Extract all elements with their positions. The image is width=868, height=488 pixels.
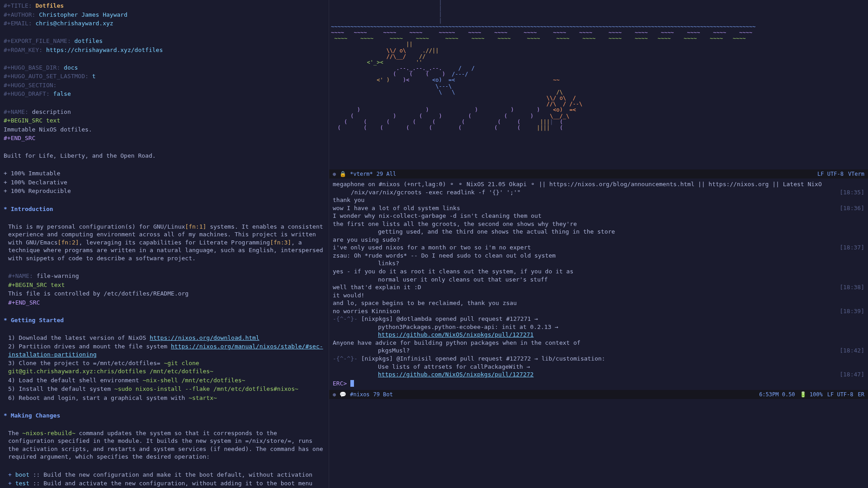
step-4: 4) Load the default shell environment ~n… xyxy=(8,376,325,385)
step-2: 2) Partition drives and mount the file s… xyxy=(8,343,325,358)
irc-area[interactable]: megaphone on #nixos (+nrt,lag:0) ⚬ ⚬ Nix… xyxy=(329,178,868,390)
irc-message: zsau: Oh *rude words* -- Do I need sudo … xyxy=(329,252,868,260)
irc-message: links? xyxy=(329,259,868,267)
export-val: dotfiles xyxy=(75,38,103,44)
footnote-1[interactable]: [fn:1] xyxy=(185,223,206,230)
irc-message: https://github.com/NixOS/nixpkgs/pull/12… xyxy=(329,371,868,379)
irc-message: Anyone have advice for building python p… xyxy=(329,339,868,347)
irc-position: 79 Bot xyxy=(373,391,393,398)
modeline-vterm: ● 🔒 *vterm* 29 All LF UTF-8 VTerm xyxy=(329,169,868,178)
step-6: 6) Reboot and login, start a graphical s… xyxy=(8,394,325,402)
hugo-lastmod-val: t xyxy=(92,73,96,80)
heading-getting-started[interactable]: Getting Started xyxy=(4,316,325,324)
email-val: chris@chrishayward.xyz xyxy=(35,20,113,27)
export-key: #+EXPORT_FILE_NAME: xyxy=(4,38,71,44)
irc-message: -{^-^}- [nixpkgs] @dotlambda opened pull… xyxy=(329,315,868,323)
irc-message: i've only used nixos for a month or two … xyxy=(329,244,868,252)
operations-list: + boot :: Build the new configuration an… xyxy=(4,471,325,488)
roam-val: https://chrishayward.xyz/dotfiles xyxy=(46,47,163,53)
tagline: Built for Life, Liberty, and the Open Ro… xyxy=(4,152,325,160)
irc-mode: ER xyxy=(858,391,864,398)
modeline-irc: ● 💬 #nixos 79 Bot 6:53PM 0.50 🔋 100% LF … xyxy=(329,390,868,399)
src-body: Immutable NixOS dotfiles. xyxy=(4,126,325,134)
irc-message: pkgsMusl?[18:42] xyxy=(329,347,868,355)
step-5: 5) Install the default system ~sudo nixo… xyxy=(8,385,325,393)
hugo-base-key: #+HUGO_BASE_DIR: xyxy=(4,64,60,71)
irc-message: thank you xyxy=(329,196,868,204)
title-val: Dotfiles xyxy=(35,2,64,9)
footnote-2[interactable]: [fn:2] xyxy=(58,239,79,246)
heading-introduction[interactable]: Introduction xyxy=(4,205,325,213)
irc-message: yes - if you do it as root it cleans out… xyxy=(329,267,868,276)
hugo-section-key: #+HUGO_SECTION: xyxy=(4,82,57,89)
right-pane: | | | | ~~~~~~~~~~~~~~~~~~~~~~~~~~~~~~~~… xyxy=(329,0,868,488)
irc-message: well that'd explain it :D[18:38] xyxy=(329,283,868,291)
irc-encoding: LF UTF-8 xyxy=(827,391,854,398)
irc-messages: thank you wow I have a lot of old system… xyxy=(329,196,868,379)
circle-icon: ● xyxy=(333,391,336,398)
hugo-draft-key: #+HUGO_DRAFT: xyxy=(4,90,50,97)
email-key: #+EMAIL: xyxy=(4,20,32,27)
filewarn-body: This file is controlled by /etc/dotfiles… xyxy=(8,290,325,298)
heading-making-changes[interactable]: Making Changes xyxy=(4,412,325,420)
vterm-area[interactable]: | | | | ~~~~~~~~~~~~~~~~~~~~~~~~~~~~~~~~… xyxy=(329,0,868,169)
lock-icon: 🔒 xyxy=(340,170,346,178)
irc-message: python3Packages.python-ecobee-api: init … xyxy=(329,323,868,331)
intro-paragraph: This is my personal configuration(s) for… xyxy=(8,223,325,263)
download-link[interactable]: https://nixos.org/download.html xyxy=(150,334,259,341)
vterm-position: 29 All xyxy=(377,170,396,178)
src-end: #+END_SRC xyxy=(4,135,35,141)
hugo-base-val: docs xyxy=(64,64,78,71)
bullet-immutable: + 100% Immutable xyxy=(4,169,325,178)
name-val: description xyxy=(32,108,71,115)
battery-icon: 🔋 100% xyxy=(800,391,823,398)
irc-topic: megaphone on #nixos (+nrt,lag:0) ⚬ ⚬ Nix… xyxy=(329,180,868,188)
left-pane: #+TITLE: Dotfiles #+AUTHOR: Christopher … xyxy=(0,0,329,488)
hugo-lastmod-key: #+HUGO_AUTO_SET_LASTMOD: xyxy=(4,73,89,80)
irc-message: normal user it only cleans out that user… xyxy=(329,276,868,284)
roam-key: #+ROAM_KEY: xyxy=(4,47,42,53)
irc-message: wow I have a lot of old system links[18:… xyxy=(329,204,868,212)
org-editor[interactable]: #+TITLE: Dotfiles #+AUTHOR: Christopher … xyxy=(0,0,329,488)
irc-message: -{^-^}- [nixpkgs] @Infinisil opened pull… xyxy=(329,355,868,363)
circle-icon: ● xyxy=(333,170,336,178)
vterm-buffer-name: *vterm* xyxy=(350,170,373,178)
src-begin: #+BEGIN_SRC text xyxy=(4,117,60,124)
hugo-draft-val: false xyxy=(53,90,71,97)
irc-buffer-name: #nixos xyxy=(350,391,369,398)
erc-prompt[interactable]: ERC> _ xyxy=(329,379,868,389)
vterm-encoding: LF UTF-8 xyxy=(817,170,844,178)
irc-message: it would! xyxy=(329,291,868,300)
irc-message: I wonder why nix-collect-garbage -d isn'… xyxy=(329,212,868,220)
making-changes-paragraph: The ~nixos-rebuild~ command updates the … xyxy=(8,429,325,461)
bullet-declarative: + 100% Declarative xyxy=(4,178,325,187)
irc-message: are you using sudo? xyxy=(329,236,868,244)
chat-icon: 💬 xyxy=(340,391,346,398)
irc-message: no worries Kinnison[18:39] xyxy=(329,307,868,315)
irc-message: https://github.com/NixOS/nixpkgs/pull/12… xyxy=(329,331,868,339)
irc-message: and lo, space begins to be reclaimed, th… xyxy=(329,299,868,307)
title-key: #+TITLE: xyxy=(4,2,32,9)
irc-message: Use lists of attrsets for callPackageWit… xyxy=(329,363,868,371)
operation-item: + test :: Build and activate the new con… xyxy=(8,479,325,488)
bullet-reproducible: + 100% Reproducible xyxy=(4,187,325,195)
step-1: 1) Download the latest version of NixOS … xyxy=(8,334,325,342)
name-key: #+NAME: xyxy=(4,108,28,115)
ascii-art: | | | | ~~~~~~~~~~~~~~~~~~~~~~~~~~~~~~~~… xyxy=(329,0,868,131)
author-key: #+AUTHOR: xyxy=(4,11,35,18)
clock: 6:53PM 0.50 xyxy=(759,391,795,398)
operation-item: + boot :: Build the new configuration an… xyxy=(8,471,325,479)
irc-message: getting used, and the third one shows th… xyxy=(329,228,868,236)
author-val: Christopher James Hayward xyxy=(39,11,127,18)
footnote-3[interactable]: [fn:3] xyxy=(270,239,291,246)
vterm-mode: VTerm xyxy=(848,170,864,178)
step-3: 3) Clone the project to =/mnt/etc/dotfil… xyxy=(8,359,325,375)
irc-message: the first one lists all the gcroots, the… xyxy=(329,220,868,228)
name-filewarning: file-warning xyxy=(37,272,79,279)
